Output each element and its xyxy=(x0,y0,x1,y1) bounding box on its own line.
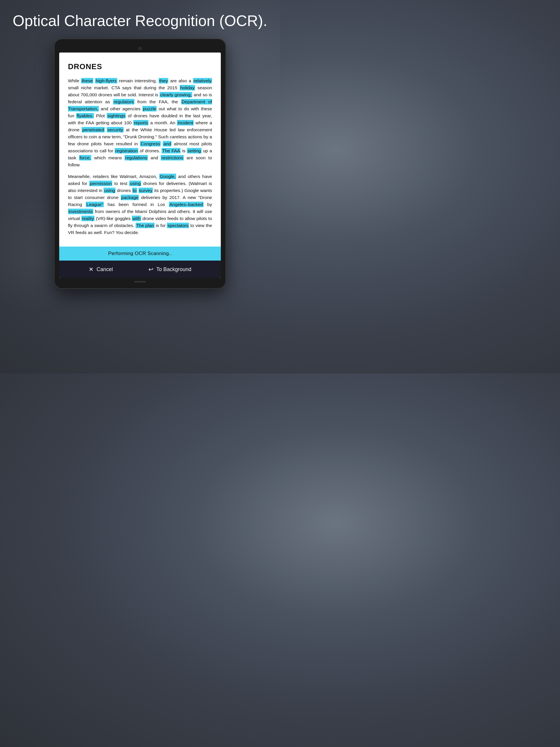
page-title: Optical Character Recognition (OCR). xyxy=(13,12,267,30)
hl-highflyers: high-flyers xyxy=(95,78,117,83)
hl-relatively: relatively xyxy=(193,78,212,83)
tablet-frame: DRONES While these high-flyers remain in… xyxy=(54,38,226,289)
ocr-scanning-label: Performing OCR Scanning.. xyxy=(108,251,172,256)
tablet-home-button[interactable] xyxy=(134,281,146,282)
hl-investments: investments xyxy=(68,209,93,214)
to-background-label: To Background xyxy=(156,266,191,273)
document-heading: DRONES xyxy=(68,61,212,72)
hl-using: using xyxy=(129,181,141,186)
ocr-scanning-bar: Performing OCR Scanning.. xyxy=(59,247,221,261)
hl-and: and xyxy=(163,141,171,147)
hl-package: package xyxy=(121,195,139,200)
hl-google: Google, xyxy=(159,174,176,179)
hl-reality: reality xyxy=(81,216,95,221)
hl-league: League" xyxy=(86,202,104,207)
hl-survey: survey xyxy=(138,188,153,193)
hl-setting: setting xyxy=(187,148,202,153)
cancel-icon: ✕ xyxy=(89,266,94,273)
hl-puzzle: puzzle xyxy=(142,106,157,111)
hl-to: to xyxy=(132,188,137,193)
title-area: Optical Character Recognition (OCR). xyxy=(7,0,273,35)
to-background-button[interactable]: ↩ To Background xyxy=(149,266,191,273)
hl-force: force, xyxy=(79,155,91,160)
hl-department: Department of Transportation, xyxy=(68,99,212,111)
hl-spectators: spectators xyxy=(167,223,189,228)
cancel-button[interactable]: ✕ Cancel xyxy=(89,266,113,273)
hl-regulators: regulators xyxy=(113,99,134,104)
hl-registration: registration xyxy=(115,148,138,153)
hl-these: these xyxy=(81,78,93,83)
hl-the-faa: The FAA xyxy=(162,148,181,153)
hl-incident: incident xyxy=(177,120,194,126)
hl-restrictions: restrictions xyxy=(161,155,184,160)
tablet-screen: DRONES While these high-flyers remain in… xyxy=(59,53,221,278)
hl-using2: using xyxy=(104,188,115,193)
cancel-label: Cancel xyxy=(97,266,113,273)
paragraph-2: Meanwhile, retailers like Walmart, Amazo… xyxy=(68,173,212,236)
hl-with: with xyxy=(132,216,141,221)
hl-clearly: clearly growing, xyxy=(160,92,192,98)
tablet-camera xyxy=(138,47,142,50)
hl-permission: permission xyxy=(89,181,112,186)
hl-regulations: regulations xyxy=(125,155,148,160)
hl-security: security xyxy=(107,127,123,132)
to-background-icon: ↩ xyxy=(149,266,153,273)
paragraph-1: While these high-flyers remain interesti… xyxy=(68,77,212,169)
hl-penetrated: penetrated xyxy=(82,127,104,132)
hl-congress: Congress xyxy=(140,141,160,147)
hl-they: they xyxy=(159,78,168,83)
hl-flyables: flyables. xyxy=(76,113,94,119)
hl-reports: reports xyxy=(133,120,149,126)
hl-holiday: holiday xyxy=(180,85,195,91)
bottom-bar: ✕ Cancel ↩ To Background xyxy=(59,261,221,278)
hl-the-plan: The plan xyxy=(136,223,155,228)
hl-angeles: Angeles–backed xyxy=(169,202,204,207)
hl-sightings: sightings xyxy=(107,113,126,119)
document-content: DRONES While these high-flyers remain in… xyxy=(59,53,221,247)
